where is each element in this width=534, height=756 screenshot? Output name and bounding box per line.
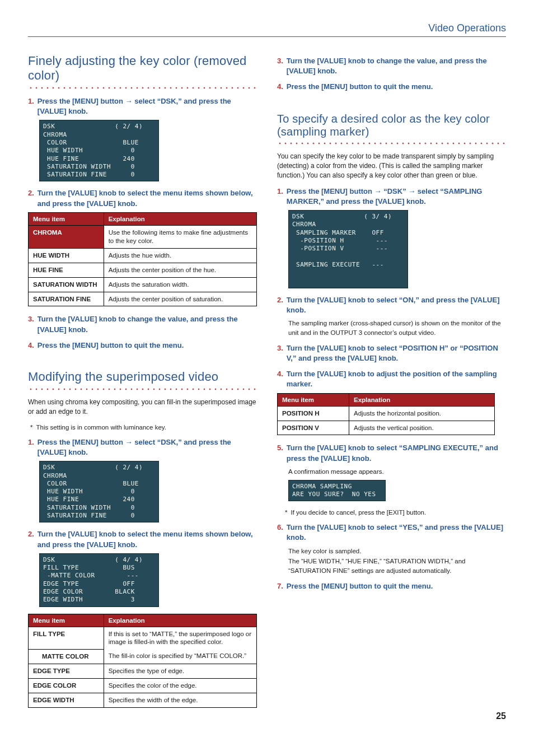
table-chroma-items: Menu item Explanation CHROMAUse the foll… <box>28 212 257 307</box>
step-text: Turn the [VALUE] knob to select “YES,” a… <box>287 522 506 543</box>
step-1: 1. Press the [MENU] button → “DSK” → sel… <box>277 186 506 207</box>
step-text: Turn the [VALUE] knob to select the menu… <box>38 188 257 208</box>
step-text: Turn the [VALUE] knob to select “ON,” an… <box>287 295 506 315</box>
step-6: 6. Turn the [VALUE] knob to select “YES,… <box>277 522 506 543</box>
step-number: 3. <box>277 56 283 66</box>
table-row-desc: Adjusts the center position of the hue. <box>104 263 256 277</box>
step-text: Turn the [VALUE] knob to select “SAMPLIN… <box>287 443 506 463</box>
table-row-desc: Specifies the type of edge. <box>104 664 256 678</box>
step-text: Press the [MENU] button → select “DSK,” … <box>38 437 257 458</box>
page-header-title: Video Operations <box>28 22 506 37</box>
divider-dots <box>28 388 257 391</box>
table-row-desc: Adjusts the center position of saturatio… <box>104 292 256 306</box>
step-2: 2. Turn the [VALUE] knob to select “ON,”… <box>277 295 506 315</box>
step-number: 5. <box>277 443 283 453</box>
lcd-screenshot-confirm: CHROMA SAMPLING ARE YOU SURE? NO YES <box>288 480 386 502</box>
table-row-label: SATURATION FINE <box>29 292 104 306</box>
table-row-label: POSITION V <box>278 421 349 435</box>
section-title-modifying: Modifying the superimposed video <box>28 370 257 384</box>
step-subtext: The sampling marker (cross-shaped cursor… <box>288 319 506 337</box>
table-head-explanation: Explanation <box>104 614 256 627</box>
step-text: Press the [MENU] button → select “DSK,” … <box>38 96 257 116</box>
table-row-desc: Adjusts the horizontal position. <box>349 406 495 421</box>
step-number: 1. <box>28 437 34 447</box>
step-1: 1. Press the [MENU] button → select “DSK… <box>28 437 257 458</box>
step-number: 7. <box>277 581 283 591</box>
table-row-label: HUE FINE <box>29 263 104 277</box>
step-text: Turn the [VALUE] knob to change the valu… <box>38 314 257 334</box>
table-row-label: EDGE COLOR <box>29 678 104 693</box>
right-column: 3. Turn the [VALUE] knob to change the v… <box>277 54 506 716</box>
step-subtext: The “HUE WIDTH,” “HUE FINE,” “SATURATION… <box>288 557 506 575</box>
step-text: Press the [MENU] button to quit the menu… <box>287 82 506 92</box>
lcd-screenshot-dsk-4-4: DSK ( 4/ 4) FILL TYPE BUS -MATTE COLOR -… <box>39 553 159 607</box>
step-number: 6. <box>277 522 283 533</box>
footnote: *This setting is in common with luminanc… <box>36 423 257 432</box>
table-row-desc: If this is set to “MATTE,” the superimpo… <box>104 627 256 649</box>
step-number: 4. <box>28 340 34 351</box>
step-number: 4. <box>277 369 283 379</box>
step-3: 3. Turn the [VALUE] knob to select “POSI… <box>277 343 506 363</box>
table-head-menuitem: Menu item <box>29 614 104 627</box>
lcd-screenshot-dsk-2-4: DSK ( 2/ 4) CHROMA COLOR BLUE HUE WIDTH … <box>39 461 159 522</box>
table-position-items: Menu item Explanation POSITION HAdjusts … <box>277 393 495 436</box>
page-number: 25 <box>496 711 506 721</box>
table-head-menuitem: Menu item <box>278 393 349 406</box>
table-row-desc: Adjusts the hue width. <box>104 248 256 263</box>
table-row-label: CHROMA <box>29 225 104 248</box>
step-2: 2. Turn the [VALUE] knob to select the m… <box>28 529 257 549</box>
step-number: 2. <box>28 529 34 539</box>
section-title-finely-adjusting: Finely adjusting the key color (removed … <box>28 54 257 83</box>
step-number: 2. <box>28 188 34 198</box>
step-text: Press the [MENU] button to quit the menu… <box>38 340 257 351</box>
table-row-label: HUE WIDTH <box>29 248 104 263</box>
divider-dots <box>277 142 506 145</box>
table-row-label: POSITION H <box>278 406 349 421</box>
lcd-screenshot-dsk-3-4: DSK ( 3/ 4) CHROMA SAMPLING MARKER OFF -… <box>288 210 408 288</box>
footnote: *If you decide to cancel, press the [EXI… <box>291 508 506 517</box>
table-row-desc: Specifies the width of the edge. <box>104 693 256 707</box>
step-text: Turn the [VALUE] knob to change the valu… <box>287 56 506 76</box>
lcd-screenshot-dsk-2-4: DSK ( 2/ 4) CHROMA COLOR BLUE HUE WIDTH … <box>39 120 159 181</box>
step-number: 2. <box>277 295 283 305</box>
section-intro: You can specify the key color to be made… <box>277 152 506 181</box>
section-title-sampling-marker: To specify a desired color as the key co… <box>277 113 506 138</box>
step-text: Turn the [VALUE] knob to select “POSITIO… <box>287 343 506 363</box>
table-row-label: SATURATION WIDTH <box>29 277 104 292</box>
step-number: 3. <box>28 314 34 324</box>
step-text: Turn the [VALUE] knob to select the menu… <box>38 529 257 549</box>
table-row-label: FILL TYPE <box>29 627 104 649</box>
step-2: 2. Turn the [VALUE] knob to select the m… <box>28 188 257 208</box>
step-text: Turn the [VALUE] knob to adjust the posi… <box>287 369 506 389</box>
step-3: 3. Turn the [VALUE] knob to change the v… <box>277 56 506 76</box>
step-7: 7. Press the [MENU] button to quit the m… <box>277 581 506 591</box>
step-text: Press the [MENU] button to quit the menu… <box>287 581 506 591</box>
table-row-label: EDGE TYPE <box>29 664 104 678</box>
step-subtext: A confirmation message appears. <box>288 467 506 477</box>
table-head-explanation: Explanation <box>349 393 495 406</box>
step-1: 1. Press the [MENU] button → select “DSK… <box>28 96 257 116</box>
step-4: 4. Turn the [VALUE] knob to adjust the p… <box>277 369 506 389</box>
table-head-explanation: Explanation <box>104 212 256 225</box>
table-row-desc: Use the following items to make fine adj… <box>104 225 256 248</box>
step-subtext: The key color is sampled. <box>288 547 506 556</box>
section-intro: When using chroma key compositing, you c… <box>28 398 257 417</box>
step-text: Press the [MENU] button → “DSK” → select… <box>287 186 506 207</box>
step-number: 4. <box>277 82 283 92</box>
table-fill-edge-items: Menu item Explanation FILL TYPEIf this i… <box>28 614 257 708</box>
left-column: Finely adjusting the key color (removed … <box>28 54 257 716</box>
table-row-desc: Specifies the color of the edge. <box>104 678 256 693</box>
step-number: 1. <box>28 96 34 106</box>
step-4: 4. Press the [MENU] button to quit the m… <box>28 340 257 351</box>
step-number: 3. <box>277 343 283 353</box>
table-head-menuitem: Menu item <box>29 212 104 225</box>
table-row-label: MATTE COLOR <box>29 649 104 664</box>
table-row-label: EDGE WIDTH <box>29 693 104 707</box>
step-3: 3. Turn the [VALUE] knob to change the v… <box>28 314 257 334</box>
divider-dots <box>28 86 257 90</box>
step-number: 1. <box>277 186 283 197</box>
table-row-desc: Adjusts the saturation width. <box>104 277 256 292</box>
step-5: 5. Turn the [VALUE] knob to select “SAMP… <box>277 443 506 463</box>
step-4: 4. Press the [MENU] button to quit the m… <box>277 82 506 92</box>
table-row-desc: The fill-in color is specified by “MATTE… <box>104 649 256 664</box>
